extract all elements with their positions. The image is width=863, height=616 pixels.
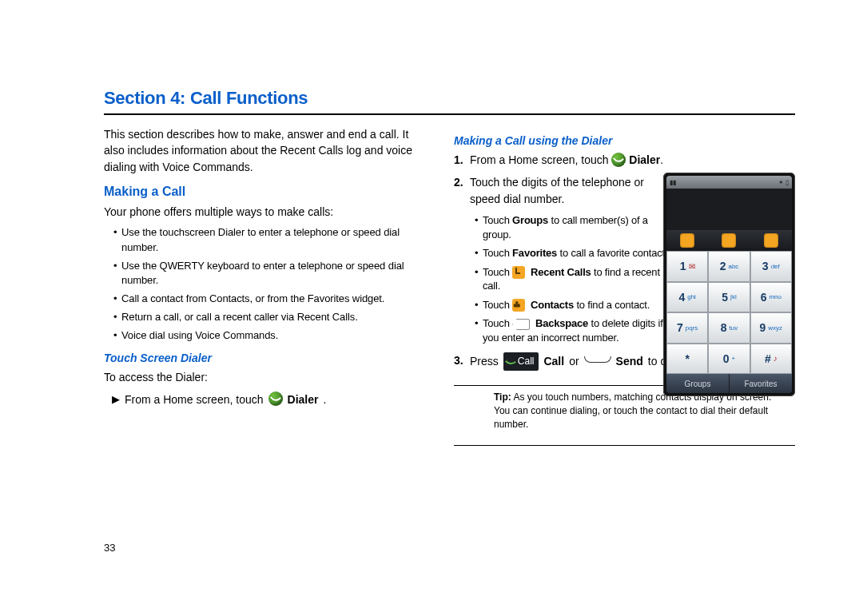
contacts-icon [512,299,525,312]
send-key-icon [584,356,611,363]
section-title: Section 4: Call Functions [104,88,795,109]
access-dialer-text: To access the Dialer: [104,369,432,386]
access-dialer-step: ▶ From a Home screen, touch Dialer. [112,392,432,407]
ways-item: Call a contact from Contacts, or from th… [113,292,432,307]
phone-key: 9wxyz [750,312,792,344]
phone-screen: ▮▮✶ ▯ 1✉2abc3def4ghi5jkl6mno7pqrs8tuv9wx… [666,176,792,393]
sub-recent-calls: Touch Recent Calls to find a recent call… [475,265,670,293]
sub-favorites: Touch Favorites to call a favorite conta… [475,246,670,260]
phone-icon-row [666,230,792,251]
step1-dialer-label: Dialer [629,153,660,166]
sub-backspace: Touch Backspace to delete digits if you … [475,316,670,344]
call-key-badge: Call [503,352,539,371]
heading-making-call-using-dialer: Making a Call using the Dialer [454,134,670,147]
phone-key: 5jkl [708,282,750,313]
intro-paragraph: This section describes how to make, answ… [104,126,432,175]
step-number: 2. [454,174,463,192]
step2-subbullets: Touch Groups to call member(s) of a grou… [470,213,670,344]
dialer-label: Dialer [288,393,319,406]
ways-item: Return a call, or call a recent caller v… [113,310,432,325]
phone-key: 7pqrs [666,312,708,344]
phone-tab-icon [680,233,694,248]
step2-text: Touch the digits of the telephone or spe… [470,176,644,206]
phone-favorites-button: Favorites [730,374,792,393]
phone-key: 0+ [708,344,750,375]
phone-keypad: 1✉2abc3def4ghi5jkl6mno7pqrs8tuv9wxyz*0+#… [666,251,792,374]
step-2: 2. Touch the digits of the telephone or … [454,174,670,345]
phone-icon [505,356,516,368]
right-text-wrap: Making a Call using the Dialer 1. From a… [454,134,670,344]
sub-contacts: Touch Contacts to find a contact. [475,298,670,312]
title-rule [104,113,795,115]
tip-rule-bottom [454,445,795,446]
ways-item: Use the QWERTY keyboard to enter a telep… [113,259,432,289]
phone-key: 4ghi [666,282,708,313]
phone-number-display [666,189,792,230]
phone-key: 6mno [750,282,792,313]
right-column: Making a Call using the Dialer 1. From a… [454,126,795,451]
recent-calls-icon [512,266,525,279]
left-column: This section describes how to make, answ… [104,126,432,451]
phone-screenshot: ▮▮✶ ▯ 1✉2abc3def4ghi5jkl6mno7pqrs8tuv9wx… [663,173,795,396]
ways-list: Use the touchscreen Dialer to enter a te… [104,225,432,344]
backspace-icon [512,319,530,330]
phone-key: 1✉ [666,251,708,282]
dialer-icon [268,391,283,406]
phone-bottom-buttons: Groups Favorites [666,374,792,393]
phone-key: 8tuv [708,312,750,344]
tip-body: As you touch numbers, matching contacts … [494,391,771,430]
phone-key: #♪ [750,344,792,375]
page-number: 33 [104,542,115,554]
phone-tab-icon [722,233,736,248]
step-1: 1. From a Home screen, touch Dialer. [454,152,670,169]
phone-key: * [666,344,708,375]
ways-item: Use the touchscreen Dialer to enter a te… [113,225,432,256]
dialer-steps: 1. From a Home screen, touch Dialer. 2. … [454,152,670,344]
step-text: From a Home screen, touch [125,393,264,406]
triangle-bullet-icon: ▶ [112,393,120,405]
phone-tab-icon [764,233,778,248]
step1-text: From a Home screen, touch [470,153,609,166]
tip-text: Tip: As you touch numbers, matching cont… [454,391,795,431]
phone-key: 3def [750,251,792,282]
phone-status-bar: ▮▮✶ ▯ [666,176,792,189]
step-number: 1. [454,152,463,169]
two-column-layout: This section describes how to make, answ… [104,126,795,451]
phone-groups-button: Groups [666,374,730,393]
sub-groups: Touch Groups to call member(s) of a grou… [475,213,670,241]
manual-page: Section 4: Call Functions This section d… [0,0,863,616]
heading-making-a-call: Making a Call [104,185,432,199]
ways-item: Voice dial using Voice Commands. [113,328,432,344]
ways-intro: Your phone offers multiple ways to make … [104,204,432,221]
tip-label: Tip: [494,391,511,403]
phone-key: 2abc [708,251,750,282]
heading-touch-screen-dialer: Touch Screen Dialer [104,352,432,364]
dialer-icon [611,153,626,167]
step-number: 3. [454,352,463,370]
